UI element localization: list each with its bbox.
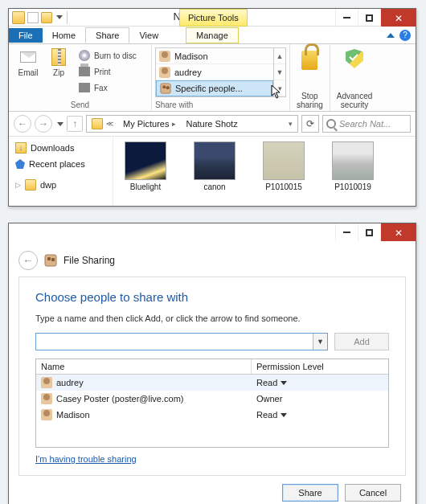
help-icon[interactable]: ? <box>399 30 411 41</box>
dialog-buttons: Share Cancel <box>15 476 409 504</box>
permission-table: Name Permission Level audrey Read Casey … <box>35 359 389 448</box>
cancel-button[interactable]: Cancel <box>345 484 401 502</box>
chevron-right-icon: ▷ <box>15 181 21 189</box>
dialog-titlebar[interactable] <box>9 223 416 241</box>
nav-dwp[interactable]: ▷dwp <box>12 177 109 193</box>
qat-dropdown-icon[interactable] <box>56 15 63 19</box>
svg-point-2 <box>166 86 170 89</box>
search-placeholder: Search Nat... <box>339 119 391 129</box>
print-button[interactable]: Print <box>75 64 140 80</box>
scroll-down-icon[interactable]: ▼ <box>274 64 285 80</box>
close-icon <box>395 11 403 24</box>
zip-button[interactable]: Zip <box>44 47 73 77</box>
history-dropdown-icon[interactable] <box>57 122 63 126</box>
name-combobox[interactable]: ▼ <box>35 333 328 350</box>
ribbon: Email Zip Burn to disc Print Fax Send Ma… <box>9 44 416 112</box>
maximize-button[interactable] <box>358 9 380 27</box>
stop-sharing-button[interactable]: Stop sharing <box>290 44 330 111</box>
dialog-panel: Choose people to share with Type a name … <box>18 277 406 476</box>
svg-point-1 <box>162 85 166 88</box>
up-button[interactable]: ↑ <box>67 116 83 132</box>
user-icon <box>159 51 170 62</box>
share-user-audrey[interactable]: audrey <box>156 64 273 80</box>
file-p1010015[interactable]: P1010015 <box>258 141 309 201</box>
explorer-window: Picture Tools Nature Shotz File Home Sha… <box>8 8 416 207</box>
nav-recent-places[interactable]: Recent places <box>12 156 109 172</box>
table-row[interactable]: audrey Read <box>36 375 388 391</box>
back-button[interactable]: ← <box>18 251 38 270</box>
user-icon <box>41 409 52 420</box>
tab-view[interactable]: View <box>129 28 168 43</box>
tab-file[interactable]: File <box>9 28 43 43</box>
scroll-up-icon[interactable]: ▲ <box>274 48 285 64</box>
name-input[interactable] <box>36 334 313 350</box>
folder-icon <box>92 118 103 129</box>
add-button[interactable]: Add <box>334 333 389 350</box>
share-button[interactable]: Share <box>282 484 338 502</box>
share-user-madison[interactable]: Madison <box>156 48 273 64</box>
table-row[interactable]: Casey Poster (poster@live.com) Owner <box>36 391 388 407</box>
trouble-sharing-link[interactable]: I'm having trouble sharing <box>35 454 137 464</box>
lock-icon <box>301 51 317 70</box>
close-button[interactable] <box>380 9 416 27</box>
downloads-icon <box>15 142 27 154</box>
group-send: Email Zip Burn to disc Print Fax Send <box>9 44 152 111</box>
navigation-pane[interactable]: Downloads Recent places ▷dwp <box>9 137 113 206</box>
address-bar[interactable]: ≪ My Pictures▸ Nature Shotz ▾ <box>86 115 298 133</box>
mail-icon <box>20 51 36 63</box>
dialog-heading: Choose people to share with <box>35 290 389 304</box>
table-row[interactable]: Madison Read <box>36 407 388 423</box>
qat-properties-icon[interactable] <box>27 12 39 23</box>
user-icon <box>41 393 52 404</box>
fax-button[interactable]: Fax <box>75 80 140 96</box>
ribbon-expand-icon[interactable] <box>387 33 395 38</box>
email-button[interactable]: Email <box>14 47 43 77</box>
fax-icon <box>79 83 90 92</box>
people-icon <box>44 254 57 267</box>
tab-home[interactable]: Home <box>43 28 85 43</box>
dialog-hint: Type a name and then click Add, or click… <box>35 313 389 323</box>
svg-point-5 <box>51 258 55 261</box>
contextual-tab-picture-tools: Picture Tools <box>179 9 248 27</box>
thumbnail-icon <box>332 141 374 180</box>
minimize-button[interactable] <box>335 223 358 241</box>
zip-icon <box>51 48 66 66</box>
column-permission[interactable]: Permission Level <box>252 359 388 374</box>
svg-point-4 <box>47 257 51 260</box>
file-sharing-dialog: ← File Sharing Choose people to share wi… <box>8 223 416 504</box>
printer-icon <box>79 67 90 76</box>
breadcrumb-mypictures[interactable]: My Pictures▸ <box>118 119 181 129</box>
file-bluelight[interactable]: Bluelight <box>120 141 171 201</box>
share-list-scroll[interactable]: ▲▼▾ <box>274 47 286 97</box>
thumbnail-view[interactable]: Bluelight canon P1010015 P1010019 <box>113 137 416 206</box>
titlebar[interactable]: Picture Tools Nature Shotz <box>9 9 416 27</box>
refresh-button[interactable]: ⟳ <box>301 115 319 133</box>
shield-icon <box>346 49 363 68</box>
forward-button[interactable]: → <box>35 115 52 133</box>
breadcrumb-natureshotz[interactable]: Nature Shotz <box>181 119 242 129</box>
search-input[interactable]: Search Nat... <box>322 115 411 133</box>
share-specific-people[interactable]: Specific people... <box>156 80 273 96</box>
tab-share[interactable]: Share <box>85 27 129 43</box>
group-share-with: Madison audrey Specific people... ▲▼▾ Sh… <box>152 44 290 111</box>
chevron-down-icon[interactable]: ▾ <box>289 120 293 128</box>
nav-downloads[interactable]: Downloads <box>12 140 109 156</box>
share-with-list[interactable]: Madison audrey Specific people... <box>155 47 274 97</box>
maximize-button[interactable] <box>358 223 380 241</box>
qat-newfolder-icon[interactable] <box>41 12 52 23</box>
file-p1010019[interactable]: P1010019 <box>327 141 379 201</box>
advanced-security-button[interactable]: Advanced security <box>330 44 379 111</box>
nav-row: ← → ↑ ≪ My Pictures▸ Nature Shotz ▾ ⟳ Se… <box>9 112 416 137</box>
thumbnail-icon <box>125 141 166 180</box>
file-canon[interactable]: canon <box>189 141 240 201</box>
tab-manage[interactable]: Manage <box>186 27 239 43</box>
burn-button[interactable]: Burn to disc <box>75 47 140 64</box>
chevron-down-icon[interactable] <box>281 381 287 385</box>
chevron-down-icon[interactable] <box>281 413 287 417</box>
minimize-button[interactable] <box>335 9 358 27</box>
column-name[interactable]: Name <box>36 359 252 374</box>
back-button[interactable]: ← <box>14 115 31 133</box>
combobox-dropdown-button[interactable]: ▼ <box>313 334 327 350</box>
scroll-more-icon[interactable]: ▾ <box>274 80 285 96</box>
close-button[interactable] <box>380 223 416 241</box>
